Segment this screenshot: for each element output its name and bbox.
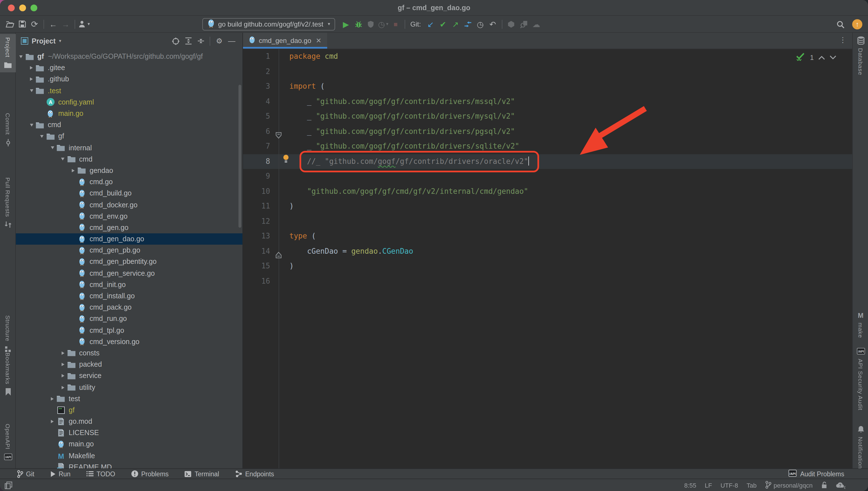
project-scrollbar[interactable] <box>238 85 241 228</box>
code-line-10[interactable]: 10 "github.com/gogf/gf/cmd/gf/v2/interna… <box>243 184 852 199</box>
code-line-4[interactable]: 4 _ "github.com/gogf/gf/contrib/drivers/… <box>243 94 852 109</box>
line-separator[interactable]: LF <box>705 482 712 488</box>
expand-all-icon[interactable] <box>182 35 194 47</box>
code-line-14[interactable]: 14 cGenDao = gendao.CGenDao <box>243 244 852 259</box>
tree-item-cmd-gen-service-go[interactable]: cmd_gen_service.go <box>16 267 242 279</box>
tree-item-internal[interactable]: internal <box>16 142 242 153</box>
bottom-tool-endpoints[interactable]: Endpoints <box>235 470 274 478</box>
chevron-right-icon[interactable] <box>59 386 67 389</box>
tree-item-main-go[interactable]: main.go <box>16 439 242 450</box>
chevron-right-icon[interactable] <box>27 66 35 70</box>
tree-item-license[interactable]: LICENSE <box>16 427 242 438</box>
file-encoding[interactable]: UTF-8 <box>721 482 738 488</box>
run-with-coverage-icon[interactable] <box>365 18 377 30</box>
gear-icon[interactable]: ⚙ <box>213 35 226 47</box>
tree-item-cmd-gen-dao-go[interactable]: cmd_gen_dao.go <box>16 233 242 244</box>
tool-window-button-project[interactable]: Project <box>0 34 16 73</box>
intention-bulb-icon[interactable] <box>283 154 289 165</box>
tree-item-makefile[interactable]: MMakefile <box>16 450 242 461</box>
sync-icon[interactable]: ⟳ <box>28 18 41 30</box>
tree-item-go-mod[interactable]: go.mod <box>16 416 242 427</box>
chevron-down-icon[interactable]: ▾ <box>59 38 61 44</box>
audit-problems-button[interactable]: /API Audit Problems <box>788 469 844 478</box>
code-line-13[interactable]: 13type ( <box>243 229 852 244</box>
tool-window-button-commit[interactable]: Commit <box>0 110 16 150</box>
tree-item-cmd-run-go[interactable]: cmd_run.go <box>16 313 242 325</box>
tree-item-cmd-gen-go[interactable]: cmd_gen.go <box>16 222 242 233</box>
tree-item-cmd-go[interactable]: cmd.go <box>16 176 242 187</box>
tree-item-cmd[interactable]: cmd <box>16 119 242 131</box>
tree-item--gitee[interactable]: .gitee <box>16 62 242 74</box>
chevron-right-icon[interactable] <box>27 78 35 81</box>
tree-item-cmd-docker-go[interactable]: cmd_docker.go <box>16 199 242 210</box>
inspections-widget[interactable]: 1 <box>796 53 836 63</box>
git-commit-check-icon[interactable]: ✔ <box>437 18 449 30</box>
code-line-16[interactable]: 16 <box>243 274 852 289</box>
prev-problem-icon[interactable] <box>818 54 825 62</box>
tree-item-test[interactable]: test <box>16 393 242 404</box>
stop-icon[interactable]: ■ <box>389 18 402 30</box>
project-panel-title[interactable]: Project <box>32 37 56 45</box>
open-icon[interactable] <box>3 18 16 30</box>
code-line-15[interactable]: 15) <box>243 259 852 274</box>
cloud-icon[interactable]: ☁ <box>530 18 543 30</box>
code-line-5[interactable]: 5 _ "github.com/gogf/gf/contrib/drivers/… <box>243 109 852 124</box>
code-line-12[interactable]: 12 <box>243 214 852 229</box>
profiler-icon[interactable]: ◷▾ <box>377 18 389 30</box>
tree-item-gendao[interactable]: gendao <box>16 165 242 176</box>
tree-item-main-go[interactable]: main.go <box>16 108 242 119</box>
tool-window-button-pull-requests[interactable]: Pull Requests <box>0 174 16 232</box>
unlock-icon[interactable] <box>821 482 827 489</box>
save-icon[interactable] <box>16 18 28 30</box>
run-button[interactable]: ▶ <box>340 18 352 30</box>
indent-style[interactable]: Tab <box>747 482 757 488</box>
forward-icon[interactable]: → <box>59 18 72 30</box>
tab-cmd-gen-dao[interactable]: cmd_gen_dao.go ✕ <box>243 33 327 49</box>
fold-start-icon[interactable] <box>275 132 282 141</box>
collapse-all-icon[interactable] <box>194 35 207 47</box>
git-push-icon[interactable]: ↗ <box>449 18 462 30</box>
next-problem-icon[interactable] <box>830 54 836 62</box>
code-line-11[interactable]: 11) <box>243 199 852 214</box>
git-update-icon[interactable]: ↙ <box>425 18 437 30</box>
tree-item-utility[interactable]: utility <box>16 382 242 393</box>
code-line-2[interactable]: 2 <box>243 64 852 79</box>
more-options-icon[interactable]: ⋮ <box>839 36 846 44</box>
tool-window-button-api-security-audit[interactable]: /APIAPI Security Audit <box>853 344 868 414</box>
bottom-tool-todo[interactable]: TODO <box>86 470 115 477</box>
chevron-down-icon[interactable] <box>59 158 67 161</box>
chevron-down-icon[interactable] <box>27 123 35 126</box>
chevron-right-icon[interactable] <box>48 397 56 400</box>
tree-item-cmd-version-go[interactable]: cmd_version.go <box>16 336 242 347</box>
caret-position[interactable]: 8:55 <box>684 482 696 488</box>
locate-file-icon[interactable] <box>170 35 182 47</box>
tree-item-cmd-install-go[interactable]: cmd_install.go <box>16 290 242 302</box>
chevron-down-icon[interactable] <box>27 89 35 92</box>
tree-item-cmd-gen-pbentity-go[interactable]: cmd_gen_pbentity.go <box>16 256 242 267</box>
tree-item-service[interactable]: service <box>16 370 242 382</box>
run-configuration-select[interactable]: go build github.com/gogf/gf/v2/.test ▾ <box>202 18 335 30</box>
tool-window-button-openapi[interactable]: OpenAPI/API <box>0 421 16 465</box>
code-line-6[interactable]: 6 _ "github.com/gogf/gf/contrib/drivers/… <box>243 124 852 139</box>
tree-item-gf[interactable]: gf <box>16 131 242 142</box>
git-merge-icon[interactable] <box>462 18 474 30</box>
bottom-tool-terminal[interactable]: Terminal <box>184 470 219 477</box>
tool-window-switcher-icon[interactable] <box>4 481 12 489</box>
tree-item-readme-md[interactable]: MDREADME.MD <box>16 462 242 469</box>
search-everywhere-icon[interactable] <box>834 18 846 30</box>
chevron-down-icon[interactable] <box>48 146 56 149</box>
code-line-3[interactable]: 3import ( <box>243 79 852 94</box>
chevron-right-icon[interactable] <box>59 363 67 366</box>
history-icon[interactable]: ◷ <box>474 18 487 30</box>
user-profile-icon[interactable]: ▾ <box>78 18 90 30</box>
services-hexagon-icon[interactable] <box>505 18 518 30</box>
ide-update-icon[interactable]: ↑ <box>852 19 862 29</box>
code-editor[interactable]: 1 1package cmd23import (4 _ "github.com/… <box>243 49 852 468</box>
tree-item-cmd-tpl-go[interactable]: cmd_tpl.go <box>16 325 242 336</box>
tool-window-button-notifications[interactable]: Notifications <box>853 422 868 475</box>
fold-end-icon[interactable] <box>275 252 282 260</box>
close-icon[interactable]: ✕ <box>316 37 322 45</box>
tool-window-button-make[interactable]: Mmake <box>853 307 868 342</box>
code-line-1[interactable]: 1package cmd <box>243 49 852 64</box>
hide-panel-icon[interactable]: — <box>226 35 238 47</box>
